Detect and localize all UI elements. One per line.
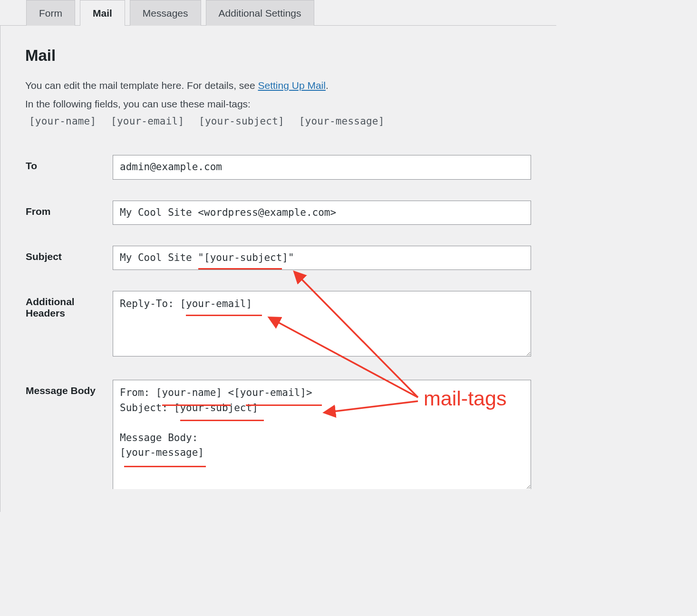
tab-additional-settings[interactable]: Additional Settings: [206, 0, 314, 26]
annotation-underline: [186, 315, 262, 316]
subject-label: Subject: [25, 245, 112, 270]
additional-headers-input[interactable]: [113, 291, 531, 356]
tab-mail[interactable]: Mail: [80, 0, 125, 26]
tab-bar: Form Mail Messages Additional Settings: [0, 0, 556, 26]
intro-line1a: You can edit the mail template here. For…: [25, 80, 258, 91]
subject-input[interactable]: [113, 246, 531, 270]
message-body-label: Message Body: [25, 379, 112, 492]
intro-line2: In the following fields, you can use the…: [25, 96, 532, 112]
tab-messages[interactable]: Messages: [130, 0, 201, 26]
setting-up-mail-link[interactable]: Setting Up Mail: [258, 80, 326, 91]
tab-form[interactable]: Form: [26, 0, 75, 26]
from-label: From: [25, 200, 112, 225]
intro-line1b: .: [326, 80, 329, 91]
to-input[interactable]: [113, 155, 531, 179]
annotation-underline: [124, 466, 206, 467]
additional-headers-label: Additional Headers: [25, 290, 112, 359]
to-label: To: [25, 154, 112, 180]
mail-panel: Mail You can edit the mail template here…: [0, 25, 556, 512]
annotation-underline: [180, 420, 264, 421]
intro-block: You can edit the mail template here. For…: [25, 78, 532, 112]
from-input[interactable]: [113, 201, 531, 225]
panel-heading: Mail: [25, 47, 532, 65]
annotation-underline: [162, 404, 231, 406]
annotation-underline: [246, 404, 322, 406]
mail-tags-annotation: mail-tags: [424, 387, 506, 410]
annotation-underline: [198, 268, 282, 270]
available-mail-tags: [your-name] [your-email] [your-subject] …: [29, 116, 532, 127]
